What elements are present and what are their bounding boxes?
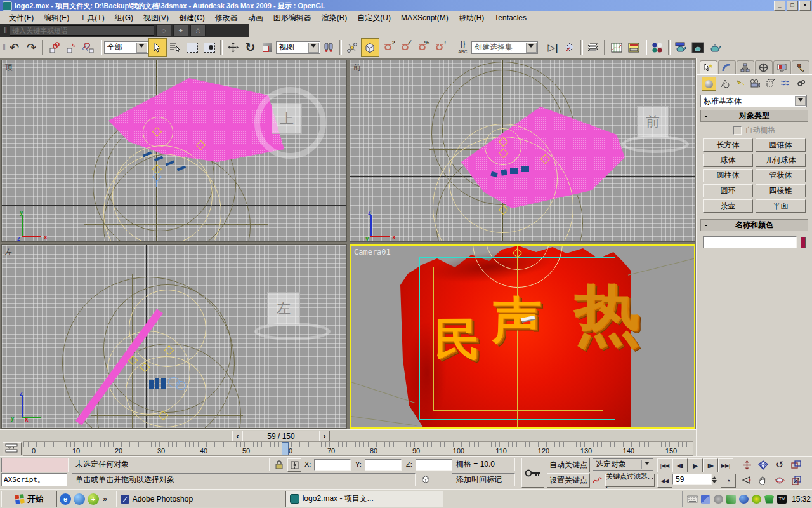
restore-button[interactable]: □	[787, 1, 798, 11]
quicklaunch-qq-icon[interactable]	[74, 493, 85, 505]
close-button[interactable]: ×	[799, 1, 811, 11]
rendered-frame-window-button[interactable]	[690, 39, 707, 56]
menu-file[interactable]: 文件(F)	[4, 11, 39, 25]
menu-modifiers[interactable]: 修改器	[210, 11, 243, 25]
open-mini-curve-editor-button[interactable]	[3, 442, 22, 455]
set-key-button[interactable]: 设置关键点	[547, 473, 590, 488]
key-mode-dropdown[interactable]: 选定对象	[593, 458, 653, 471]
tab-create[interactable]	[700, 60, 717, 74]
object-name-input[interactable]	[703, 236, 797, 248]
zoom-all-button[interactable]: ↺	[773, 458, 787, 471]
layer-manager-button[interactable]	[585, 39, 602, 56]
volume-tray-icon[interactable]	[714, 495, 723, 504]
menu-edit[interactable]: 编辑(E)	[39, 11, 74, 25]
percent-snap-button[interactable]: Ω%	[414, 39, 431, 56]
button-cone[interactable]: 圆锥体	[756, 138, 806, 152]
menu-create[interactable]: 创建(C)	[174, 11, 210, 25]
frame-spinner[interactable]	[712, 474, 718, 485]
favorites-button[interactable]: ☆	[190, 25, 206, 36]
field-of-view-button[interactable]	[740, 474, 754, 486]
current-frame-field[interactable]: 59	[672, 474, 712, 485]
angle-snap-button[interactable]: Ω∠	[396, 39, 414, 56]
time-slider-next-button[interactable]: ›	[319, 431, 330, 441]
category-systems[interactable]	[794, 77, 808, 90]
maximize-viewport-toggle[interactable]	[789, 474, 803, 486]
pan-button[interactable]	[756, 474, 770, 486]
use-pivot-center-button[interactable]	[320, 39, 337, 56]
viewport-camera-label[interactable]: Camera01	[354, 248, 391, 257]
viewport-top-label[interactable]: 顶	[5, 62, 13, 73]
render-setup-button[interactable]	[672, 39, 690, 56]
select-and-manipulate-button[interactable]	[344, 39, 361, 56]
button-box[interactable]: 长方体	[703, 138, 753, 152]
category-cameras[interactable]	[749, 77, 762, 90]
named-selection-set-dropdown[interactable]: 创建选择集	[471, 41, 538, 54]
viewcube-face[interactable]: 上	[272, 104, 302, 134]
schematic-view-button[interactable]	[625, 39, 643, 56]
search-input[interactable]	[10, 25, 154, 36]
z-coordinate-field[interactable]	[416, 459, 452, 471]
viewport-left-label[interactable]: 左	[5, 247, 13, 258]
minimize-button[interactable]: _	[774, 1, 785, 11]
rollout-name-color[interactable]: - 名称和颜色	[700, 219, 808, 231]
rollout-object-type[interactable]: - 对象类型	[700, 110, 808, 122]
select-and-scale-button[interactable]	[259, 39, 276, 56]
undo-button[interactable]: ↶	[6, 39, 23, 56]
viewcube-face[interactable]: 左	[267, 292, 300, 325]
select-object-button[interactable]	[148, 38, 167, 57]
y-coordinate-field[interactable]	[365, 459, 402, 471]
viewport-camera[interactable]: Camera01 民 声 热	[350, 244, 695, 429]
quicklaunch-overflow-chevron[interactable]: »	[103, 495, 107, 504]
menu-rendering[interactable]: 渲染(R)	[317, 11, 353, 25]
tab-motion[interactable]	[755, 60, 773, 74]
category-helpers[interactable]	[764, 77, 777, 90]
selection-lock-toggle[interactable]	[273, 458, 285, 471]
category-geometry[interactable]	[702, 77, 716, 91]
snap-2d-button[interactable]: Ω2	[379, 39, 396, 56]
menu-maxscript[interactable]: MAXScript(M)	[396, 12, 454, 23]
menu-tentacles[interactable]: Tentacles	[489, 12, 532, 23]
tab-utilities[interactable]	[792, 60, 809, 74]
button-teapot[interactable]: 茶壶	[703, 199, 753, 213]
select-and-rotate-button[interactable]: ↻	[242, 39, 259, 56]
quicklaunch-360-icon[interactable]: +	[88, 493, 99, 505]
category-shapes[interactable]	[718, 77, 731, 90]
curve-editor-button[interactable]	[608, 39, 625, 56]
tab-display[interactable]	[773, 60, 791, 74]
viewport-front-label[interactable]: 前	[353, 62, 361, 73]
track-bar-ruler[interactable]: 0 10 20 30 40 50 60 70 80 90 100 110 120…	[23, 441, 693, 456]
updates-tray-icon[interactable]	[726, 495, 736, 504]
next-frame-button[interactable]: ▮▶	[703, 458, 718, 472]
viewcube-ring[interactable]	[254, 323, 331, 340]
set-keys-button[interactable]	[521, 458, 544, 488]
viewport-top[interactable]: 顶 上 y x z	[1, 60, 347, 242]
messenger-tray-icon[interactable]	[739, 495, 749, 504]
key-filters-button[interactable]: 关键点过滤器. . .	[605, 474, 655, 487]
maxscript-mini-listener-pink[interactable]	[1, 458, 69, 472]
tab-modify[interactable]	[718, 60, 736, 74]
button-tube[interactable]: 管状体	[756, 169, 806, 182]
button-pyramid[interactable]: 四棱锥	[756, 184, 806, 197]
menu-views[interactable]: 视图(V)	[138, 11, 174, 25]
quick-render-button[interactable]	[707, 39, 724, 56]
select-and-move-button[interactable]	[225, 39, 242, 56]
antivirus-360-tray-icon[interactable]	[752, 495, 761, 504]
viewport-front[interactable]: 前 前 z x y	[350, 60, 695, 242]
viewcube-ring[interactable]	[622, 135, 689, 153]
menu-animation[interactable]: 动画	[243, 11, 268, 25]
task-photoshop[interactable]: Adobe Photoshop	[116, 491, 280, 507]
quicklaunch-ie-icon[interactable]: e	[60, 493, 71, 505]
search-button[interactable]: ◌	[156, 25, 171, 36]
go-to-start-button[interactable]: |◀◀	[657, 458, 672, 472]
maxscript-mini-listener[interactable]: AXScript。	[1, 473, 67, 486]
button-geosphere[interactable]: 几何球体	[756, 154, 806, 167]
tv-tray-icon[interactable]: TV	[777, 495, 787, 504]
zoom-button[interactable]	[740, 458, 754, 471]
menu-graph-editors[interactable]: 图形编辑器	[268, 11, 317, 25]
edit-named-selection-sets-button[interactable]: {}ABC	[454, 39, 471, 56]
play-button[interactable]: ▶	[688, 458, 703, 472]
menu-customize[interactable]: 自定义(U)	[352, 11, 396, 25]
communication-center-button[interactable]: ⌖	[173, 25, 188, 36]
tab-hierarchy[interactable]	[737, 60, 754, 74]
task-3dsmax[interactable]: logo2.max - 项目文...	[285, 491, 443, 507]
